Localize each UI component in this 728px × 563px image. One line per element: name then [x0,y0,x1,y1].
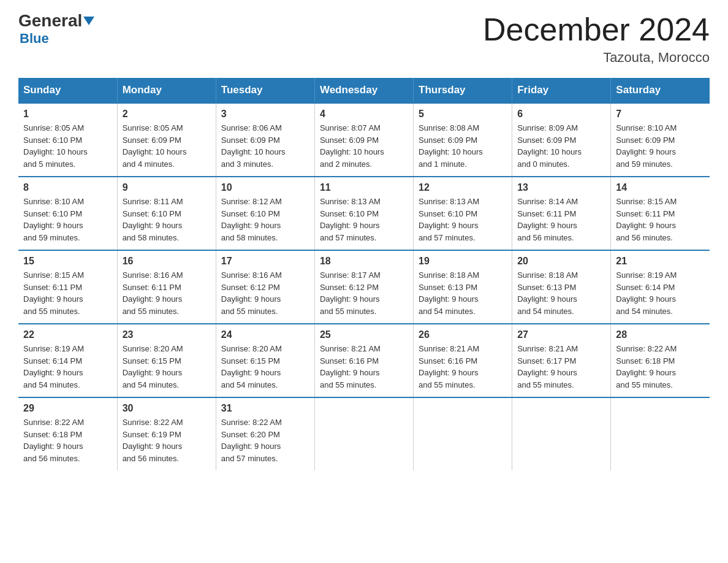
day-number: 15 [23,256,112,267]
header-friday: Friday [512,78,611,103]
calendar-cell: 17Sunrise: 8:16 AMSunset: 6:12 PMDayligh… [216,250,314,324]
calendar-cell: 21Sunrise: 8:19 AMSunset: 6:14 PMDayligh… [611,250,710,324]
calendar-cell: 1Sunrise: 8:05 AMSunset: 6:10 PMDaylight… [18,103,117,177]
header-wednesday: Wednesday [314,78,413,103]
day-number: 19 [419,256,507,267]
calendar-cell: 11Sunrise: 8:13 AMSunset: 6:10 PMDayligh… [314,177,413,250]
calendar-cell: 29Sunrise: 8:22 AMSunset: 6:18 PMDayligh… [18,397,117,470]
calendar-cell: 16Sunrise: 8:16 AMSunset: 6:11 PMDayligh… [117,250,216,324]
day-info: Sunrise: 8:10 AMSunset: 6:10 PMDaylight:… [23,196,112,243]
day-number: 4 [320,109,408,120]
calendar-cell: 26Sunrise: 8:21 AMSunset: 6:16 PMDayligh… [414,324,512,397]
day-info: Sunrise: 8:07 AMSunset: 6:09 PMDaylight:… [320,122,408,170]
calendar-cell: 2Sunrise: 8:05 AMSunset: 6:09 PMDaylight… [117,103,216,177]
day-number: 29 [23,403,112,414]
calendar-cell: 25Sunrise: 8:21 AMSunset: 6:16 PMDayligh… [314,324,413,397]
day-info: Sunrise: 8:06 AMSunset: 6:09 PMDaylight:… [221,122,309,170]
calendar-cell: 10Sunrise: 8:12 AMSunset: 6:10 PMDayligh… [216,177,314,250]
header-monday: Monday [117,78,216,103]
calendar-cell: 5Sunrise: 8:08 AMSunset: 6:09 PMDaylight… [414,103,512,177]
calendar-cell: 24Sunrise: 8:20 AMSunset: 6:15 PMDayligh… [216,324,314,397]
day-number: 3 [221,109,309,120]
calendar-cell [414,397,512,470]
day-info: Sunrise: 8:08 AMSunset: 6:09 PMDaylight:… [419,122,507,170]
calendar-cell: 8Sunrise: 8:10 AMSunset: 6:10 PMDaylight… [18,177,117,250]
day-info: Sunrise: 8:11 AMSunset: 6:10 PMDaylight:… [123,196,211,243]
day-number: 5 [419,109,507,120]
calendar-cell: 3Sunrise: 8:06 AMSunset: 6:09 PMDaylight… [216,103,314,177]
logo-general: General [18,12,94,29]
calendar-week-row: 8Sunrise: 8:10 AMSunset: 6:10 PMDaylight… [18,177,710,250]
logo-triangle-icon [83,17,94,25]
calendar-week-row: 22Sunrise: 8:19 AMSunset: 6:14 PMDayligh… [18,324,710,397]
calendar-cell: 18Sunrise: 8:17 AMSunset: 6:12 PMDayligh… [314,250,413,324]
calendar-week-row: 29Sunrise: 8:22 AMSunset: 6:18 PMDayligh… [18,397,710,470]
day-info: Sunrise: 8:17 AMSunset: 6:12 PMDaylight:… [320,269,408,317]
logo-blue: Blue [18,31,49,47]
day-info: Sunrise: 8:18 AMSunset: 6:13 PMDaylight:… [517,269,605,317]
day-number: 2 [123,109,211,120]
day-info: Sunrise: 8:22 AMSunset: 6:19 PMDaylight:… [123,416,211,464]
day-info: Sunrise: 8:15 AMSunset: 6:11 PMDaylight:… [23,269,112,317]
day-info: Sunrise: 8:16 AMSunset: 6:11 PMDaylight:… [123,269,211,317]
calendar-week-row: 1Sunrise: 8:05 AMSunset: 6:10 PMDaylight… [18,103,710,177]
day-number: 31 [221,403,309,414]
day-number: 9 [123,182,211,193]
day-info: Sunrise: 8:22 AMSunset: 6:20 PMDaylight:… [221,416,309,464]
day-number: 20 [517,256,605,267]
calendar-cell: 27Sunrise: 8:21 AMSunset: 6:17 PMDayligh… [512,324,611,397]
calendar-cell: 4Sunrise: 8:07 AMSunset: 6:09 PMDaylight… [314,103,413,177]
calendar-cell: 15Sunrise: 8:15 AMSunset: 6:11 PMDayligh… [18,250,117,324]
day-info: Sunrise: 8:13 AMSunset: 6:10 PMDaylight:… [419,196,507,243]
title-block: December 2024 Tazouta, Morocco [483,12,710,66]
day-number: 30 [123,403,211,414]
day-number: 23 [123,329,211,340]
calendar-cell: 9Sunrise: 8:11 AMSunset: 6:10 PMDaylight… [117,177,216,250]
day-info: Sunrise: 8:13 AMSunset: 6:10 PMDaylight:… [320,196,408,243]
day-number: 12 [419,182,507,193]
day-info: Sunrise: 8:21 AMSunset: 6:17 PMDaylight:… [517,343,605,391]
day-number: 6 [517,109,605,120]
day-info: Sunrise: 8:21 AMSunset: 6:16 PMDaylight:… [320,343,408,391]
day-info: Sunrise: 8:20 AMSunset: 6:15 PMDaylight:… [123,343,211,391]
day-info: Sunrise: 8:22 AMSunset: 6:18 PMDaylight:… [23,416,112,464]
calendar-cell: 19Sunrise: 8:18 AMSunset: 6:13 PMDayligh… [414,250,512,324]
logo: General Blue [18,12,94,47]
calendar-cell: 20Sunrise: 8:18 AMSunset: 6:13 PMDayligh… [512,250,611,324]
calendar-cell: 30Sunrise: 8:22 AMSunset: 6:19 PMDayligh… [117,397,216,470]
day-info: Sunrise: 8:05 AMSunset: 6:10 PMDaylight:… [23,122,112,170]
day-number: 14 [616,182,705,193]
calendar-cell: 23Sunrise: 8:20 AMSunset: 6:15 PMDayligh… [117,324,216,397]
calendar-header-row: SundayMondayTuesdayWednesdayThursdayFrid… [18,78,710,103]
header-thursday: Thursday [414,78,512,103]
day-info: Sunrise: 8:19 AMSunset: 6:14 PMDaylight:… [23,343,112,391]
day-number: 18 [320,256,408,267]
day-number: 8 [23,182,112,193]
calendar-cell: 14Sunrise: 8:15 AMSunset: 6:11 PMDayligh… [611,177,710,250]
day-number: 24 [221,329,309,340]
day-number: 17 [221,256,309,267]
day-number: 16 [123,256,211,267]
day-number: 26 [419,329,507,340]
day-number: 13 [517,182,605,193]
day-info: Sunrise: 8:14 AMSunset: 6:11 PMDaylight:… [517,196,605,243]
day-info: Sunrise: 8:20 AMSunset: 6:15 PMDaylight:… [221,343,309,391]
calendar-cell: 13Sunrise: 8:14 AMSunset: 6:11 PMDayligh… [512,177,611,250]
calendar-cell: 28Sunrise: 8:22 AMSunset: 6:18 PMDayligh… [611,324,710,397]
day-info: Sunrise: 8:21 AMSunset: 6:16 PMDaylight:… [419,343,507,391]
day-number: 11 [320,182,408,193]
day-number: 27 [517,329,605,340]
day-info: Sunrise: 8:19 AMSunset: 6:14 PMDaylight:… [616,269,705,317]
location: Tazouta, Morocco [483,50,710,66]
day-info: Sunrise: 8:18 AMSunset: 6:13 PMDaylight:… [419,269,507,317]
month-title: December 2024 [483,12,710,47]
calendar-cell: 22Sunrise: 8:19 AMSunset: 6:14 PMDayligh… [18,324,117,397]
day-info: Sunrise: 8:15 AMSunset: 6:11 PMDaylight:… [616,196,705,243]
calendar-cell: 31Sunrise: 8:22 AMSunset: 6:20 PMDayligh… [216,397,314,470]
day-number: 28 [616,329,705,340]
day-info: Sunrise: 8:16 AMSunset: 6:12 PMDaylight:… [221,269,309,317]
calendar-table: SundayMondayTuesdayWednesdayThursdayFrid… [18,78,710,470]
day-number: 1 [23,109,112,120]
day-number: 22 [23,329,112,340]
day-number: 21 [616,256,705,267]
